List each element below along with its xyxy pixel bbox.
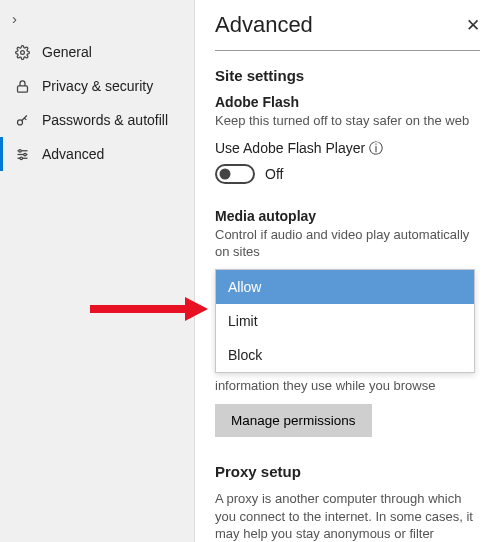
sidebar-item-general[interactable]: General (0, 35, 194, 69)
svg-point-0 (20, 50, 24, 54)
gear-icon (12, 45, 32, 60)
autoplay-label: Media autoplay (215, 208, 480, 224)
manage-permissions-button[interactable]: Manage permissions (215, 404, 372, 437)
flash-label: Adobe Flash (215, 94, 480, 110)
sidebar-item-advanced[interactable]: Advanced (0, 137, 194, 171)
sidebar-item-label: Privacy & security (42, 78, 153, 94)
section-site-settings: Site settings (215, 67, 480, 84)
sliders-icon (12, 147, 32, 162)
flash-row: Use Adobe Flash Player ⓘ (215, 140, 480, 158)
autoplay-option-limit[interactable]: Limit (216, 304, 474, 338)
panel-header: Advanced ✕ (215, 12, 480, 51)
sidebar-item-label: General (42, 44, 92, 60)
sidebar-item-passwords[interactable]: Passwords & autofill (0, 103, 194, 137)
autoplay-option-block[interactable]: Block (216, 338, 474, 372)
flash-toggle[interactable]: Off (215, 164, 480, 184)
main-panel: Advanced ✕ Site settings Adobe Flash Kee… (195, 0, 500, 542)
svg-rect-1 (17, 85, 27, 91)
autoplay-desc: Control if audio and video play automati… (215, 226, 480, 261)
svg-point-7 (23, 153, 26, 156)
svg-point-8 (20, 157, 23, 160)
svg-point-10 (220, 168, 231, 179)
close-icon[interactable]: ✕ (466, 15, 480, 36)
lock-icon (12, 79, 32, 94)
proxy-desc: A proxy is another computer through whic… (215, 490, 480, 542)
autoplay-option-allow[interactable]: Allow (216, 270, 474, 304)
svg-point-6 (18, 149, 21, 152)
cookies-desc-tail: information they use while you browse (215, 377, 480, 395)
svg-point-2 (17, 119, 22, 124)
key-icon (12, 113, 32, 128)
autoplay-dropdown[interactable]: Allow Limit Block (215, 269, 475, 373)
chevron-right-icon[interactable]: › (0, 6, 194, 35)
page-title: Advanced (215, 12, 313, 38)
section-proxy: Proxy setup (215, 463, 480, 480)
sidebar-item-privacy[interactable]: Privacy & security (0, 69, 194, 103)
toggle-state-label: Off (265, 166, 283, 182)
sidebar-item-label: Advanced (42, 146, 104, 162)
sidebar: › General Privacy & security Passwords &… (0, 0, 195, 542)
toggle-off-icon (215, 164, 255, 184)
flash-desc: Keep this turned off to stay safer on th… (215, 112, 480, 130)
sidebar-item-label: Passwords & autofill (42, 112, 168, 128)
